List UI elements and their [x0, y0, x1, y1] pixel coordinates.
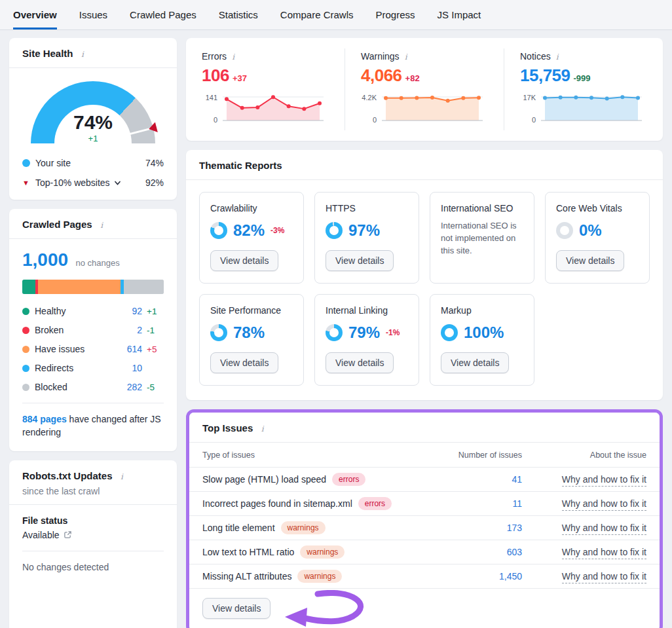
- file-status-label: File status: [22, 515, 164, 526]
- why-how-to-fix-link[interactable]: Why and how to fix it: [562, 523, 646, 535]
- tab-progress[interactable]: Progress: [376, 0, 415, 29]
- info-icon[interactable]: i: [261, 424, 264, 434]
- thematic-card-international-seo: International SEOInternational SEO is no…: [430, 192, 534, 284]
- issue-row-long-title-element: Long title elementwarnings173Why and how…: [189, 515, 660, 540]
- site-health-gauge: 74% +1: [9, 68, 177, 147]
- legend-value[interactable]: 614: [120, 344, 142, 354]
- pages-changed-link[interactable]: 884 pages: [22, 414, 67, 424]
- notices-value: 15,759: [520, 65, 570, 85]
- tab-overview[interactable]: Overview: [13, 0, 57, 29]
- info-icon[interactable]: i: [556, 52, 559, 62]
- tab-crawled-pages[interactable]: Crawled Pages: [130, 0, 196, 29]
- tab-issues[interactable]: Issues: [79, 0, 107, 29]
- issue-badge-warnings: warnings: [281, 521, 326, 534]
- legend-item-redirects: Redirects10: [22, 363, 164, 373]
- robots-body: File status Available No changes detecte…: [9, 505, 177, 609]
- notices-sparkline: [540, 92, 643, 125]
- thematic-reports-panel: Thematic Reports Crawlability82%-3%View …: [186, 150, 663, 400]
- legend-value[interactable]: 282: [120, 382, 142, 392]
- bar-segment-have-issues: [38, 280, 121, 294]
- issue-name: Low text to HTML ratio: [202, 547, 294, 557]
- issue-count[interactable]: 1,450: [430, 571, 522, 582]
- issue-count[interactable]: 603: [430, 547, 522, 557]
- site-health-panel: Site Health i 74% +1: [9, 38, 177, 200]
- legend-value: 92%: [145, 177, 164, 188]
- tab-statistics[interactable]: Statistics: [219, 0, 258, 29]
- legend-value[interactable]: 10: [120, 363, 142, 373]
- issue-name: Incorrect pages found in sitemap.xml: [202, 498, 352, 509]
- crawled-total: 1,000: [22, 249, 68, 270]
- bar-segment-blocked: [124, 280, 164, 294]
- tab-compare-crawls[interactable]: Compare Crawls: [280, 0, 354, 29]
- left-column: Site Health i 74% +1: [9, 38, 177, 628]
- legend-label: Healthy: [35, 306, 120, 316]
- legend-top10-websites[interactable]: ▼ Top-10% websites 92%: [22, 177, 164, 188]
- legend-value[interactable]: 92: [120, 306, 142, 316]
- why-how-to-fix-link[interactable]: Why and how to fix it: [562, 547, 646, 559]
- legend-item-healthy: Healthy92+1: [22, 306, 164, 316]
- why-how-to-fix-link[interactable]: Why and how to fix it: [562, 571, 646, 583]
- top-issues-footer: View details: [189, 588, 660, 628]
- info-icon[interactable]: i: [100, 221, 103, 230]
- info-icon[interactable]: i: [121, 472, 123, 481]
- issue-name: Long title element: [202, 523, 275, 533]
- axis-max: 141: [202, 94, 217, 102]
- crawled-pages-title: Crawled Pages: [22, 219, 92, 230]
- view-details-button[interactable]: View details: [326, 250, 394, 271]
- view-details-button[interactable]: View details: [556, 250, 624, 271]
- col-about-the-issue: About the issue: [522, 451, 646, 460]
- issue-name: Slow page (HTML) load speed: [202, 474, 326, 485]
- errors-stat-block: Errorsi106+371410: [186, 48, 345, 130]
- legend-label: Broken: [35, 325, 120, 335]
- js-rendering-note: 884 pages have changed after JS renderin…: [22, 403, 164, 439]
- view-details-button[interactable]: View details: [210, 250, 278, 271]
- top-issues-title: Top Issues: [202, 422, 253, 434]
- legend-label: Top-10% websites: [35, 177, 110, 188]
- notices-label: Notices: [520, 51, 551, 62]
- info-icon[interactable]: i: [81, 50, 84, 59]
- info-icon[interactable]: i: [405, 52, 407, 62]
- notices-delta: -999: [574, 73, 591, 83]
- info-icon[interactable]: i: [232, 52, 234, 62]
- tab-js-impact[interactable]: JS Impact: [438, 0, 481, 29]
- issue-count[interactable]: 41: [430, 474, 522, 485]
- why-how-to-fix-link[interactable]: Why and how to fix it: [562, 474, 646, 487]
- legend-delta: -1: [147, 325, 164, 335]
- view-details-button[interactable]: View details: [210, 352, 278, 373]
- issue-count[interactable]: 173: [430, 523, 522, 533]
- thematic-card-site-performance: Site Performance78%View details: [199, 294, 304, 386]
- site-health-header: Site Health i: [9, 38, 177, 68]
- issue-count[interactable]: 11: [430, 498, 522, 509]
- col-type-of-issues: Type of issues: [202, 451, 430, 460]
- issues-table-body: Slow page (HTML) load speederrors41Why a…: [189, 467, 660, 588]
- progress-ring-icon: [556, 222, 573, 239]
- card-title: Core Web Vitals: [556, 203, 639, 213]
- top-issues-header: Top Issues i: [189, 413, 660, 443]
- why-how-to-fix-link[interactable]: Why and how to fix it: [562, 498, 646, 511]
- notices-axis-labels: 17K0: [520, 92, 540, 125]
- warnings-axis-labels: 4.2K0: [361, 92, 381, 125]
- crawled-pages-panel: Crawled Pages i 1,000 no changes Healthy…: [9, 209, 177, 451]
- card-score: 0%: [579, 221, 602, 240]
- chevron-down-icon[interactable]: [114, 179, 121, 187]
- card-score: 100%: [464, 323, 504, 342]
- axis-max: 4.2K: [361, 94, 377, 102]
- site-health-score: 74%: [31, 113, 155, 132]
- view-details-button[interactable]: View details: [326, 352, 394, 373]
- legend-value[interactable]: 2: [120, 325, 142, 335]
- external-link-icon[interactable]: [64, 530, 72, 539]
- thematic-header: Thematic Reports: [186, 150, 663, 180]
- crawled-total-note: no changes: [76, 258, 120, 268]
- page-body: Site Health i 74% +1: [0, 30, 672, 628]
- view-details-button[interactable]: View details: [202, 598, 271, 619]
- card-title: HTTPS: [326, 203, 408, 213]
- warnings-label-row: Warningsi: [361, 51, 488, 62]
- errors-delta: +37: [233, 73, 247, 83]
- progress-ring-icon: [210, 324, 227, 341]
- view-details-button[interactable]: View details: [441, 352, 509, 373]
- issue-name: Missing ALT attributes: [202, 571, 291, 582]
- errors-axis-labels: 1410: [202, 92, 221, 125]
- card-delta: -1%: [386, 328, 400, 337]
- issue-badge-errors: errors: [358, 497, 392, 510]
- errors-label-row: Errorsi: [202, 51, 329, 62]
